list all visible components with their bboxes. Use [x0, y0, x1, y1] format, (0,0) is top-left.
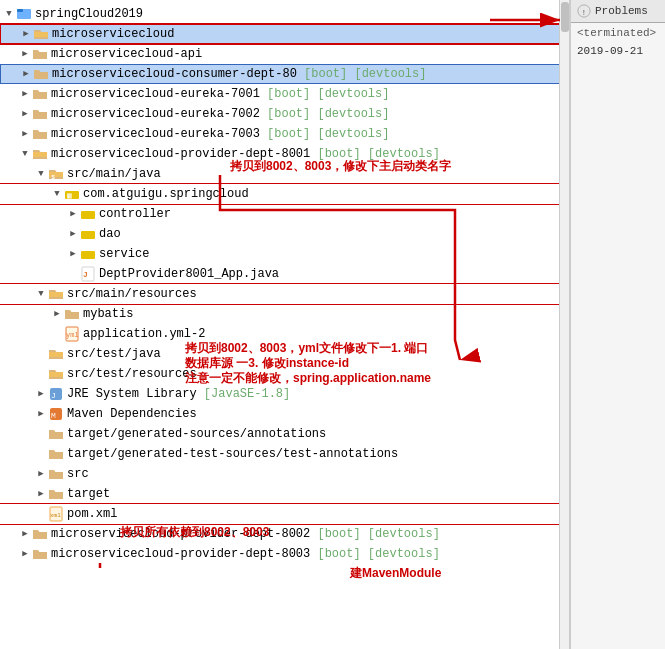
tree-item-mybatis[interactable]: ▶ mybatis — [0, 304, 569, 324]
expand-icon[interactable]: ▼ — [34, 287, 48, 301]
yml-file-icon: yml — [64, 326, 80, 342]
problems-tab[interactable]: ! Problems — [571, 0, 665, 23]
folder-icon — [32, 86, 48, 102]
item-label: service — [99, 247, 149, 261]
svg-text:J: J — [83, 270, 88, 279]
item-label: target/generated-sources/annotations — [67, 427, 326, 441]
tree-item-controller[interactable]: ▶ controller — [0, 204, 569, 224]
tree-item-target-gen-test-sources[interactable]: ▶ target/generated-test-sources/test-ann… — [0, 444, 569, 464]
svg-rect-6 — [81, 231, 95, 239]
item-label: src/test/resources — [67, 367, 197, 381]
tree-root-item[interactable]: ▼ springCloud2019 — [0, 4, 569, 24]
item-label: microservicecloud-provider-dept-8002 [bo… — [51, 527, 440, 541]
item-label: JRE System Library [JavaSE-1.8] — [67, 387, 290, 401]
src-folder-icon — [48, 366, 64, 382]
expand-icon[interactable]: ▶ — [18, 127, 32, 141]
tree-item-consumer-80[interactable]: ▶ microservicecloud-consumer-dept-80 [bo… — [0, 64, 569, 84]
tree-item-eureka-7003[interactable]: ▶ microservicecloud-eureka-7003 [boot] [… — [0, 124, 569, 144]
expand-icon[interactable]: ▶ — [66, 227, 80, 241]
tree-item-jre[interactable]: ▶ J JRE System Library [JavaSE-1.8] — [0, 384, 569, 404]
tree-item-src-test-resources[interactable]: ▶ src/test/resources — [0, 364, 569, 384]
tree-item-microservicecloud[interactable]: ▶ microservicecloud — [0, 24, 569, 44]
tree-item-package-root[interactable]: ▼ ▦ com.atguigu.springcloud — [0, 184, 569, 204]
item-label: mybatis — [83, 307, 133, 321]
expand-icon[interactable]: ▶ — [18, 107, 32, 121]
expand-icon[interactable]: ▶ — [18, 547, 32, 561]
folder-icon — [32, 526, 48, 542]
maven-icon: M — [48, 406, 64, 422]
tree-root-label: springCloud2019 — [35, 7, 143, 21]
folder-icon — [32, 546, 48, 562]
problems-icon: ! — [577, 4, 591, 18]
tree-item-app-java[interactable]: ▶ J DeptProvider8001_App.java — [0, 264, 569, 284]
item-label: src/main/resources — [67, 287, 197, 301]
library-icon: J — [48, 386, 64, 402]
item-label: controller — [99, 207, 171, 221]
expand-icon[interactable]: ▼ — [50, 187, 64, 201]
svg-text:s: s — [51, 173, 55, 181]
folder-icon — [32, 126, 48, 142]
expand-icon[interactable]: ▶ — [18, 47, 32, 61]
vertical-scrollbar[interactable] — [559, 0, 569, 649]
item-label: src — [67, 467, 89, 481]
terminated-text: <terminated> — [571, 23, 665, 43]
tree-item-dao[interactable]: ▶ dao — [0, 224, 569, 244]
tree-item-provider-8001[interactable]: ▼ microservicecloud-provider-dept-8001 [… — [0, 144, 569, 164]
tree-item-src-main-java[interactable]: ▼ s src/main/java — [0, 164, 569, 184]
item-label: microservicecloud-consumer-dept-80 [boot… — [52, 67, 426, 81]
expand-icon[interactable]: ▼ — [2, 7, 16, 21]
expand-icon[interactable]: ▶ — [18, 527, 32, 541]
folder-icon — [32, 106, 48, 122]
expand-icon[interactable]: ▶ — [34, 487, 48, 501]
tree-item-provider-8002[interactable]: ▶ microservicecloud-provider-dept-8002 [… — [0, 524, 569, 544]
src-folder-icon — [48, 286, 64, 302]
expand-icon[interactable]: ▼ — [34, 167, 48, 181]
scrollbar-thumb[interactable] — [561, 2, 569, 32]
date-text: 2019-09-21 — [571, 43, 665, 59]
item-label: src/test/java — [67, 347, 161, 361]
item-label: target — [67, 487, 110, 501]
expand-icon[interactable]: ▶ — [18, 87, 32, 101]
svg-text:xml: xml — [50, 512, 61, 519]
annotation-maven-module: 建MavenModule — [350, 565, 441, 582]
svg-text:J: J — [51, 391, 56, 400]
item-label: pom.xml — [67, 507, 117, 521]
tree-item-target[interactable]: ▶ target — [0, 484, 569, 504]
folder-icon — [48, 426, 64, 442]
tree-item-src[interactable]: ▶ src — [0, 464, 569, 484]
svg-rect-7 — [81, 251, 95, 259]
tree-item-pom-xml[interactable]: ▶ xml pom.xml — [0, 504, 569, 524]
item-label: microservicecloud-eureka-7002 [boot] [de… — [51, 107, 389, 121]
problems-label: Problems — [595, 5, 648, 17]
tree-item-eureka-7002[interactable]: ▶ microservicecloud-eureka-7002 [boot] [… — [0, 104, 569, 124]
folder-icon — [64, 306, 80, 322]
item-label: DeptProvider8001_App.java — [99, 267, 279, 281]
expand-icon[interactable]: ▼ — [18, 147, 32, 161]
tree-item-provider-8003[interactable]: ▶ microservicecloud-provider-dept-8003 [… — [0, 544, 569, 564]
expand-icon[interactable]: ▶ — [19, 27, 33, 41]
tree-item-src-test-java[interactable]: ▶ src/test/java — [0, 344, 569, 364]
item-label: src/main/java — [67, 167, 161, 181]
tree-item-api[interactable]: ▶ microservicecloud-api — [0, 44, 569, 64]
item-label: microservicecloud-provider-dept-8003 [bo… — [51, 547, 440, 561]
folder-icon — [48, 446, 64, 462]
expand-icon[interactable]: ▶ — [34, 467, 48, 481]
expand-icon[interactable]: ▶ — [34, 387, 48, 401]
item-label: target/generated-test-sources/test-annot… — [67, 447, 398, 461]
tree-item-target-gen-sources[interactable]: ▶ target/generated-sources/annotations — [0, 424, 569, 444]
right-panel: ! Problems <terminated> 2019-09-21 — [570, 0, 665, 649]
expand-icon[interactable]: ▶ — [66, 207, 80, 221]
project-icon — [16, 6, 32, 22]
tree-item-application-yml[interactable]: ▶ yml application.yml-2 — [0, 324, 569, 344]
item-label: microservicecloud-eureka-7003 [boot] [de… — [51, 127, 389, 141]
svg-text:M: M — [51, 411, 56, 420]
tree-item-src-main-resources[interactable]: ▼ src/main/resources — [0, 284, 569, 304]
tree-item-eureka-7001[interactable]: ▶ microservicecloud-eureka-7001 [boot] [… — [0, 84, 569, 104]
item-label: microservicecloud — [52, 27, 174, 41]
expand-icon[interactable]: ▶ — [50, 307, 64, 321]
tree-item-service[interactable]: ▶ service — [0, 244, 569, 264]
tree-item-maven-deps[interactable]: ▶ M Maven Dependencies — [0, 404, 569, 424]
expand-icon[interactable]: ▶ — [19, 67, 33, 81]
expand-icon[interactable]: ▶ — [66, 247, 80, 261]
expand-icon[interactable]: ▶ — [34, 407, 48, 421]
